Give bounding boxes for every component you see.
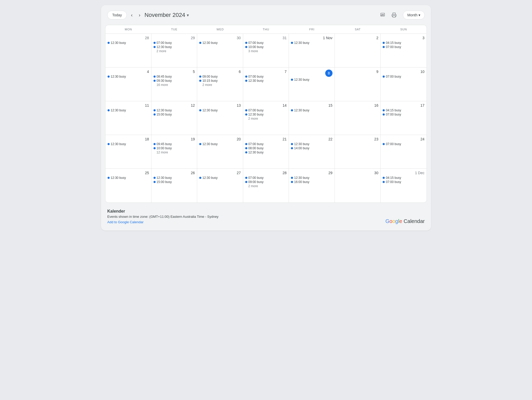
day-cell[interactable]: 3107:00 busy10:00 busy3 more xyxy=(243,34,289,67)
event-item[interactable]: 08:45 busy xyxy=(154,75,195,78)
event-item[interactable]: 04:15 busy xyxy=(383,176,424,180)
event-item[interactable]: 09:30 busy xyxy=(154,79,195,83)
event-item[interactable]: 12:30 busy xyxy=(245,151,287,154)
event-item[interactable]: 04:15 busy xyxy=(383,41,424,45)
more-events-link[interactable]: 2 more xyxy=(245,184,287,188)
view-selector-button[interactable]: Month ▾ xyxy=(403,11,425,19)
day-cell[interactable]: 23 xyxy=(335,135,381,168)
event-item[interactable]: 07:00 busy xyxy=(154,41,195,45)
event-item[interactable]: 12:30 busy xyxy=(199,176,241,180)
day-header-tue: TUE xyxy=(151,25,197,33)
month-title[interactable]: November 2024 ▾ xyxy=(144,12,189,18)
event-item[interactable]: 07:00 busy xyxy=(383,113,424,116)
day-cell[interactable]: 2912:30 busy16:00 busy xyxy=(289,169,335,202)
event-item[interactable]: 09:45 busy xyxy=(154,142,195,146)
event-item[interactable]: 07:00 busy xyxy=(245,142,287,146)
day-cell[interactable]: 2212:30 busy14:00 busy xyxy=(289,135,335,168)
day-cell[interactable]: 1407:00 busy12:30 busy2 more xyxy=(243,101,289,135)
day-cell[interactable]: 2612:30 busy15:00 busy xyxy=(151,169,197,202)
event-item[interactable]: 12:30 busy xyxy=(199,41,241,45)
day-cell[interactable]: 2907:00 busy12:30 busy2 more xyxy=(151,34,197,67)
day-cell[interactable]: 2807:00 busy09:00 busy2 more xyxy=(243,169,289,202)
event-item[interactable]: 10:00 busy xyxy=(245,45,287,49)
more-events-link[interactable]: 2 more xyxy=(199,83,241,87)
day-cell[interactable]: 3012:30 busy xyxy=(197,34,243,67)
event-item[interactable]: 16:00 busy xyxy=(291,180,332,184)
more-events-link[interactable]: 2 more xyxy=(154,49,195,53)
event-item[interactable]: 12:30 busy xyxy=(108,75,149,78)
day-cell[interactable]: 1112:30 busy xyxy=(105,101,151,135)
event-item[interactable]: 12:30 busy xyxy=(291,142,332,146)
event-item[interactable]: 12:30 busy xyxy=(108,142,149,146)
event-item[interactable]: 07:00 busy xyxy=(383,75,424,78)
more-events-link[interactable]: 3 more xyxy=(245,49,287,53)
event-item[interactable]: 07:00 busy xyxy=(383,142,424,146)
add-to-google-calendar-link[interactable]: Add to Google Calendar xyxy=(107,220,143,224)
event-item[interactable]: 12:30 busy xyxy=(108,176,149,180)
day-cell[interactable]: 812:30 busy xyxy=(289,67,335,101)
event-item[interactable]: 12:30 busy xyxy=(245,79,287,83)
event-item[interactable]: 12:30 busy xyxy=(245,113,287,116)
event-dot-icon xyxy=(383,177,385,179)
day-cell[interactable]: 1704:15 busy07:00 busy xyxy=(381,101,427,135)
day-cell[interactable]: 1312:30 busy xyxy=(197,101,243,135)
event-item[interactable]: 15:00 busy xyxy=(154,180,195,184)
event-item[interactable]: 07:00 busy xyxy=(245,176,287,180)
event-dot-icon xyxy=(383,181,385,183)
event-item[interactable]: 07:00 busy xyxy=(383,180,424,184)
event-item[interactable]: 12:30 busy xyxy=(291,41,332,45)
day-cell[interactable]: 304:15 busy07:00 busy xyxy=(381,34,427,67)
day-cell[interactable]: 1812:30 busy xyxy=(105,135,151,168)
day-cell[interactable]: 2712:30 busy xyxy=(197,169,243,202)
event-item[interactable]: 09:00 busy xyxy=(199,75,241,78)
event-item[interactable]: 07:00 busy xyxy=(383,45,424,49)
event-item[interactable]: 09:00 busy xyxy=(245,180,287,184)
day-cell[interactable]: 707:00 busy12:30 busy xyxy=(243,67,289,101)
day-cell[interactable]: 9 xyxy=(335,67,381,101)
more-events-link[interactable]: 16 more xyxy=(154,83,195,87)
event-item[interactable]: 10:15 busy xyxy=(199,79,241,83)
next-month-button[interactable]: › xyxy=(137,11,142,19)
day-cell[interactable]: 2512:30 busy xyxy=(105,169,151,202)
event-item[interactable]: 12:30 busy xyxy=(154,45,195,49)
event-item[interactable]: 12:30 busy xyxy=(154,109,195,112)
day-cell[interactable]: 508:45 busy09:30 busy16 more xyxy=(151,67,197,101)
day-cell[interactable]: 412:30 busy xyxy=(105,67,151,101)
today-button[interactable]: Today xyxy=(107,11,127,19)
event-item[interactable]: 14:00 busy xyxy=(291,146,332,150)
day-cell[interactable]: 1007:00 busy xyxy=(381,67,427,101)
event-item[interactable]: 15:00 busy xyxy=(154,113,195,116)
event-item[interactable]: 10:00 busy xyxy=(154,146,195,150)
event-item[interactable]: 12:30 busy xyxy=(108,41,149,45)
event-item[interactable]: 07:00 busy xyxy=(245,75,287,78)
event-item[interactable]: 08:00 busy xyxy=(245,146,287,150)
day-cell[interactable]: 1 Dec04:15 busy07:00 busy xyxy=(381,169,427,202)
event-item[interactable]: 12:30 busy xyxy=(291,109,332,112)
day-cell[interactable]: 2107:00 busy08:00 busy12:30 busy xyxy=(243,135,289,168)
day-cell[interactable]: 2812:30 busy xyxy=(105,34,151,67)
event-item[interactable]: 04:15 busy xyxy=(383,109,424,112)
day-cell[interactable]: 1909:45 busy10:00 busy12 more xyxy=(151,135,197,168)
more-events-link[interactable]: 12 more xyxy=(154,151,195,154)
more-events-link[interactable]: 2 more xyxy=(245,117,287,120)
event-item[interactable]: 07:00 busy xyxy=(245,41,287,45)
event-item[interactable]: 12:30 busy xyxy=(199,109,241,112)
event-item[interactable]: 12:30 busy xyxy=(108,109,149,112)
day-cell[interactable]: 1212:30 busy15:00 busy xyxy=(151,101,197,135)
day-cell[interactable]: 1 Nov12:30 busy xyxy=(289,34,335,67)
day-cell[interactable]: 609:00 busy10:15 busy2 more xyxy=(197,67,243,101)
prev-month-button[interactable]: ‹ xyxy=(129,11,135,19)
day-cell[interactable]: 1512:30 busy xyxy=(289,101,335,135)
day-cell[interactable]: 16 xyxy=(335,101,381,135)
event-item[interactable]: 12:30 busy xyxy=(291,78,332,82)
event-item[interactable]: 12:30 busy xyxy=(291,176,332,180)
event-item[interactable]: 07:00 busy xyxy=(245,109,287,112)
event-item[interactable]: 12:30 busy xyxy=(154,176,195,180)
event-item[interactable]: 12:30 busy xyxy=(199,142,241,146)
feedback-button[interactable] xyxy=(378,10,387,20)
print-button[interactable] xyxy=(389,10,399,20)
day-cell[interactable]: 2012:30 busy xyxy=(197,135,243,168)
day-cell[interactable]: 2 xyxy=(335,34,381,67)
day-cell[interactable]: 2407:00 busy xyxy=(381,135,427,168)
day-cell[interactable]: 30 xyxy=(335,169,381,202)
